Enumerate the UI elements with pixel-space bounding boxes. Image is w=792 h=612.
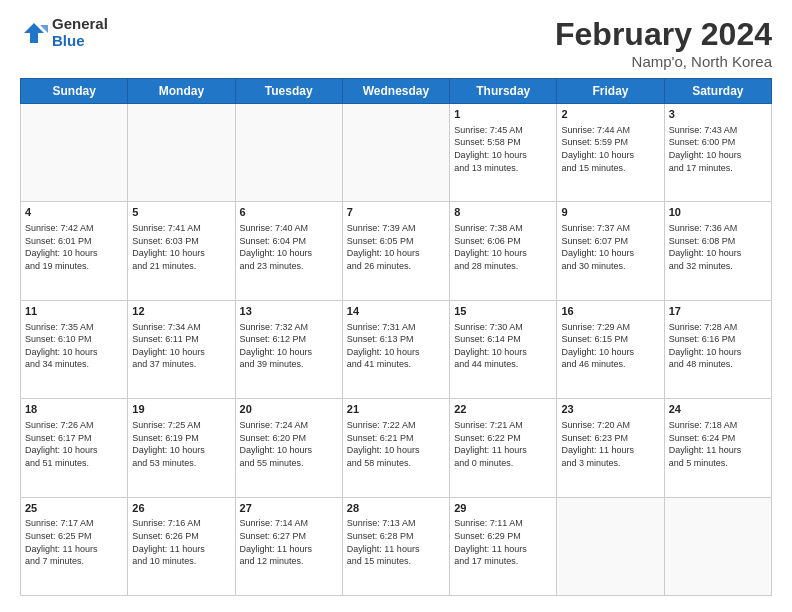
calendar-cell: 18Sunrise: 7:26 AM Sunset: 6:17 PM Dayli… [21, 399, 128, 497]
header-saturday: Saturday [664, 79, 771, 104]
day-info: Sunrise: 7:37 AM Sunset: 6:07 PM Dayligh… [561, 222, 659, 272]
calendar-cell: 15Sunrise: 7:30 AM Sunset: 6:14 PM Dayli… [450, 300, 557, 398]
day-info: Sunrise: 7:34 AM Sunset: 6:11 PM Dayligh… [132, 321, 230, 371]
day-info: Sunrise: 7:42 AM Sunset: 6:01 PM Dayligh… [25, 222, 123, 272]
day-info: Sunrise: 7:11 AM Sunset: 6:29 PM Dayligh… [454, 517, 552, 567]
weekday-header-row: Sunday Monday Tuesday Wednesday Thursday… [21, 79, 772, 104]
calendar-cell [128, 104, 235, 202]
day-number: 8 [454, 205, 552, 220]
day-info: Sunrise: 7:35 AM Sunset: 6:10 PM Dayligh… [25, 321, 123, 371]
calendar-cell: 12Sunrise: 7:34 AM Sunset: 6:11 PM Dayli… [128, 300, 235, 398]
day-number: 26 [132, 501, 230, 516]
calendar-cell: 26Sunrise: 7:16 AM Sunset: 6:26 PM Dayli… [128, 497, 235, 595]
calendar-cell: 16Sunrise: 7:29 AM Sunset: 6:15 PM Dayli… [557, 300, 664, 398]
calendar-cell: 4Sunrise: 7:42 AM Sunset: 6:01 PM Daylig… [21, 202, 128, 300]
calendar-cell [557, 497, 664, 595]
day-number: 20 [240, 402, 338, 417]
day-number: 11 [25, 304, 123, 319]
title-month: February 2024 [555, 16, 772, 53]
calendar-cell [664, 497, 771, 595]
header-wednesday: Wednesday [342, 79, 449, 104]
day-info: Sunrise: 7:41 AM Sunset: 6:03 PM Dayligh… [132, 222, 230, 272]
day-info: Sunrise: 7:38 AM Sunset: 6:06 PM Dayligh… [454, 222, 552, 272]
calendar-cell: 8Sunrise: 7:38 AM Sunset: 6:06 PM Daylig… [450, 202, 557, 300]
calendar-cell: 20Sunrise: 7:24 AM Sunset: 6:20 PM Dayli… [235, 399, 342, 497]
calendar-cell: 25Sunrise: 7:17 AM Sunset: 6:25 PM Dayli… [21, 497, 128, 595]
calendar-cell: 9Sunrise: 7:37 AM Sunset: 6:07 PM Daylig… [557, 202, 664, 300]
day-info: Sunrise: 7:36 AM Sunset: 6:08 PM Dayligh… [669, 222, 767, 272]
calendar-cell: 27Sunrise: 7:14 AM Sunset: 6:27 PM Dayli… [235, 497, 342, 595]
calendar-cell: 6Sunrise: 7:40 AM Sunset: 6:04 PM Daylig… [235, 202, 342, 300]
title-location: Namp'o, North Korea [555, 53, 772, 70]
calendar-cell: 11Sunrise: 7:35 AM Sunset: 6:10 PM Dayli… [21, 300, 128, 398]
day-number: 23 [561, 402, 659, 417]
day-number: 13 [240, 304, 338, 319]
header-monday: Monday [128, 79, 235, 104]
day-number: 12 [132, 304, 230, 319]
calendar-cell: 1Sunrise: 7:45 AM Sunset: 5:58 PM Daylig… [450, 104, 557, 202]
day-info: Sunrise: 7:30 AM Sunset: 6:14 PM Dayligh… [454, 321, 552, 371]
logo-blue-text: Blue [52, 33, 108, 50]
calendar-cell: 22Sunrise: 7:21 AM Sunset: 6:22 PM Dayli… [450, 399, 557, 497]
calendar-cell: 7Sunrise: 7:39 AM Sunset: 6:05 PM Daylig… [342, 202, 449, 300]
day-info: Sunrise: 7:21 AM Sunset: 6:22 PM Dayligh… [454, 419, 552, 469]
day-number: 17 [669, 304, 767, 319]
calendar-week-row-2: 4Sunrise: 7:42 AM Sunset: 6:01 PM Daylig… [21, 202, 772, 300]
day-number: 22 [454, 402, 552, 417]
day-number: 19 [132, 402, 230, 417]
calendar-week-row-3: 11Sunrise: 7:35 AM Sunset: 6:10 PM Dayli… [21, 300, 772, 398]
day-number: 29 [454, 501, 552, 516]
day-info: Sunrise: 7:43 AM Sunset: 6:00 PM Dayligh… [669, 124, 767, 174]
day-info: Sunrise: 7:13 AM Sunset: 6:28 PM Dayligh… [347, 517, 445, 567]
calendar-cell [235, 104, 342, 202]
day-number: 2 [561, 107, 659, 122]
day-number: 4 [25, 205, 123, 220]
day-info: Sunrise: 7:40 AM Sunset: 6:04 PM Dayligh… [240, 222, 338, 272]
day-number: 6 [240, 205, 338, 220]
logo: General Blue [20, 16, 108, 49]
logo-icon [20, 19, 48, 47]
day-number: 21 [347, 402, 445, 417]
day-number: 16 [561, 304, 659, 319]
day-number: 1 [454, 107, 552, 122]
day-info: Sunrise: 7:18 AM Sunset: 6:24 PM Dayligh… [669, 419, 767, 469]
calendar-cell: 28Sunrise: 7:13 AM Sunset: 6:28 PM Dayli… [342, 497, 449, 595]
day-number: 10 [669, 205, 767, 220]
calendar-cell: 5Sunrise: 7:41 AM Sunset: 6:03 PM Daylig… [128, 202, 235, 300]
calendar-cell: 19Sunrise: 7:25 AM Sunset: 6:19 PM Dayli… [128, 399, 235, 497]
day-info: Sunrise: 7:20 AM Sunset: 6:23 PM Dayligh… [561, 419, 659, 469]
day-info: Sunrise: 7:17 AM Sunset: 6:25 PM Dayligh… [25, 517, 123, 567]
calendar-cell: 29Sunrise: 7:11 AM Sunset: 6:29 PM Dayli… [450, 497, 557, 595]
day-number: 24 [669, 402, 767, 417]
calendar-cell: 13Sunrise: 7:32 AM Sunset: 6:12 PM Dayli… [235, 300, 342, 398]
calendar-cell: 17Sunrise: 7:28 AM Sunset: 6:16 PM Dayli… [664, 300, 771, 398]
day-number: 27 [240, 501, 338, 516]
day-info: Sunrise: 7:39 AM Sunset: 6:05 PM Dayligh… [347, 222, 445, 272]
calendar-week-row-5: 25Sunrise: 7:17 AM Sunset: 6:25 PM Dayli… [21, 497, 772, 595]
day-number: 5 [132, 205, 230, 220]
day-info: Sunrise: 7:29 AM Sunset: 6:15 PM Dayligh… [561, 321, 659, 371]
day-number: 9 [561, 205, 659, 220]
day-number: 7 [347, 205, 445, 220]
calendar-week-row-4: 18Sunrise: 7:26 AM Sunset: 6:17 PM Dayli… [21, 399, 772, 497]
calendar-cell [342, 104, 449, 202]
calendar-cell: 14Sunrise: 7:31 AM Sunset: 6:13 PM Dayli… [342, 300, 449, 398]
calendar-week-row-1: 1Sunrise: 7:45 AM Sunset: 5:58 PM Daylig… [21, 104, 772, 202]
calendar-cell: 23Sunrise: 7:20 AM Sunset: 6:23 PM Dayli… [557, 399, 664, 497]
day-number: 3 [669, 107, 767, 122]
calendar-cell [21, 104, 128, 202]
day-info: Sunrise: 7:24 AM Sunset: 6:20 PM Dayligh… [240, 419, 338, 469]
calendar-cell: 21Sunrise: 7:22 AM Sunset: 6:21 PM Dayli… [342, 399, 449, 497]
header: General Blue February 2024 Namp'o, North… [20, 16, 772, 70]
day-info: Sunrise: 7:26 AM Sunset: 6:17 PM Dayligh… [25, 419, 123, 469]
day-number: 28 [347, 501, 445, 516]
header-sunday: Sunday [21, 79, 128, 104]
day-number: 14 [347, 304, 445, 319]
day-number: 25 [25, 501, 123, 516]
calendar-cell: 10Sunrise: 7:36 AM Sunset: 6:08 PM Dayli… [664, 202, 771, 300]
day-info: Sunrise: 7:32 AM Sunset: 6:12 PM Dayligh… [240, 321, 338, 371]
day-info: Sunrise: 7:45 AM Sunset: 5:58 PM Dayligh… [454, 124, 552, 174]
calendar-cell: 2Sunrise: 7:44 AM Sunset: 5:59 PM Daylig… [557, 104, 664, 202]
calendar-cell: 24Sunrise: 7:18 AM Sunset: 6:24 PM Dayli… [664, 399, 771, 497]
calendar-cell: 3Sunrise: 7:43 AM Sunset: 6:00 PM Daylig… [664, 104, 771, 202]
